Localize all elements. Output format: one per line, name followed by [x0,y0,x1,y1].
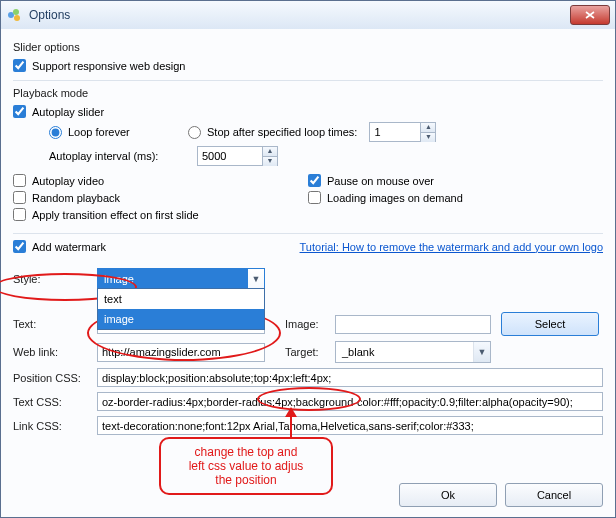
style-dropdown: text image [97,288,265,330]
window-title: Options [29,8,70,22]
interval-input[interactable] [198,148,262,164]
select-image-button[interactable]: Select [501,312,599,336]
tutorial-link[interactable]: Tutorial: How to remove the watermark an… [300,241,603,253]
spinner-up-icon[interactable]: ▲ [421,123,435,132]
position-css-input[interactable] [97,368,603,387]
svg-point-0 [8,12,14,18]
pause-mouseover-checkbox[interactable] [308,174,321,187]
stop-after-radio[interactable] [188,126,201,139]
close-button[interactable] [570,5,610,25]
titlebar: Options [1,1,615,30]
autoplay-video-checkbox[interactable] [13,174,26,187]
responsive-checkbox[interactable] [13,59,26,72]
text-css-input[interactable] [97,392,603,411]
autoplay-slider-label: Autoplay slider [32,106,104,118]
weblink-label: Web link: [13,346,97,358]
pause-mouseover-label: Pause on mouse over [327,175,434,187]
add-watermark-checkbox[interactable] [13,240,26,253]
cancel-button[interactable]: Cancel [505,483,603,507]
chevron-down-icon: ▼ [248,274,264,284]
annotation-line3: the position [171,473,321,487]
autoplay-video-label: Autoplay video [32,175,104,187]
annotation-line1: change the top and [171,445,321,459]
svg-point-2 [14,15,20,21]
style-option-text[interactable]: text [98,289,264,309]
spinner-up-icon[interactable]: ▲ [263,147,277,156]
loop-forever-radio[interactable] [49,126,62,139]
svg-point-1 [13,9,19,15]
link-css-label: Link CSS: [13,420,97,432]
chevron-down-icon: ▼ [473,342,490,362]
spinner-down-icon[interactable]: ▼ [421,132,435,142]
annotation-callout: change the top and left css value to adj… [159,437,333,495]
loading-demand-checkbox[interactable] [308,191,321,204]
annotation-line2: left css value to adjus [171,459,321,473]
autoplay-slider-checkbox[interactable] [13,105,26,118]
target-select[interactable]: _blank ▼ [335,341,491,363]
loop-forever-label: Loop forever [68,126,178,138]
image-label: Image: [285,318,335,330]
options-window: Options Slider options Support responsiv… [0,0,616,518]
text-label: Text: [13,318,97,330]
random-playback-checkbox[interactable] [13,191,26,204]
responsive-label: Support responsive web design [32,60,185,72]
interval-label: Autoplay interval (ms): [49,150,197,162]
apply-transition-checkbox[interactable] [13,208,26,221]
loop-times-input[interactable] [370,124,420,140]
interval-spinner[interactable]: ▲▼ [197,146,278,166]
position-css-label: Position CSS: [13,372,97,384]
style-selected: image [98,269,248,289]
loop-times-spinner[interactable]: ▲▼ [369,122,436,142]
style-select[interactable]: image ▼ text image [97,268,265,290]
weblink-input[interactable] [97,343,265,362]
dialog-footer: Ok Cancel [399,483,603,507]
random-playback-label: Random playback [32,192,120,204]
target-label: Target: [285,346,335,358]
dialog-body: Slider options Support responsive web de… [1,29,615,517]
watermark-image-input[interactable] [335,315,491,334]
apply-transition-label: Apply transition effect on first slide [32,209,199,221]
loading-demand-label: Loading images on demand [327,192,463,204]
stop-after-label: Stop after specified loop times: [207,126,357,138]
app-icon [7,7,23,23]
spinner-down-icon[interactable]: ▼ [263,156,277,166]
close-icon [585,11,595,19]
slider-options-heading: Slider options [13,41,603,53]
text-css-label: Text CSS: [13,396,97,408]
style-label: Style: [13,273,97,285]
link-css-input[interactable] [97,416,603,435]
target-value: _blank [342,346,374,358]
add-watermark-label: Add watermark [32,241,106,253]
playback-mode-heading: Playback mode [13,87,603,99]
ok-button[interactable]: Ok [399,483,497,507]
style-option-image[interactable]: image [98,309,264,329]
